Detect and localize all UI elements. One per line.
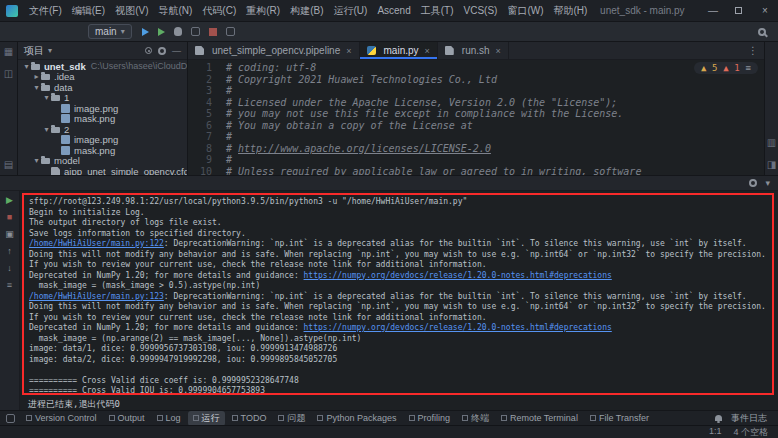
tree-item-mask.png[interactable]: mask.png — [18, 145, 187, 156]
console-text: ========== Cross Valid dice coeff is: 0.… — [29, 376, 299, 385]
console-link[interactable]: https://numpy.org/devdocs/release/1.20.0… — [304, 323, 612, 332]
toolwindow-icon — [109, 415, 115, 421]
tree-arrow-icon[interactable]: ▾ — [42, 93, 51, 102]
tree-arrow-icon[interactable]: ▸ — [32, 72, 41, 81]
console-link[interactable]: /home/HwHiAiUser/main.py:122 — [29, 239, 164, 248]
toolwindow-button-Remote Terminal[interactable]: Remote Terminal — [496, 411, 583, 426]
tab-unet_simple_opencv.pipeline[interactable]: unet_simple_opencv.pipeline× — [188, 42, 360, 59]
inspections-widget[interactable]: ▲ 5 ▲ 1 ≡ — [694, 62, 758, 74]
bell-icon[interactable] — [715, 415, 722, 421]
scroll-up-icon[interactable]: ↑ — [7, 246, 12, 256]
tab-main.py[interactable]: main.py× — [360, 42, 438, 59]
minimize-button[interactable]: — — [700, 0, 726, 21]
tree-item-model[interactable]: ▾model — [18, 156, 187, 167]
close-tab-icon[interactable]: × — [425, 46, 430, 56]
indent-setting[interactable]: 4 个空格 — [733, 426, 768, 438]
tree-item-data[interactable]: ▾data — [18, 82, 187, 93]
tree-arrow-icon[interactable]: ▾ — [42, 125, 51, 134]
run-button[interactable] — [142, 28, 149, 36]
search-everywhere-icon[interactable] — [758, 28, 766, 36]
notifications-tool-icon[interactable]: ▥ — [767, 137, 776, 149]
menu-item[interactable]: 视图(V) — [110, 0, 153, 22]
tree-label: mask.png — [74, 145, 115, 156]
tree-item-unet_sdk[interactable]: ▾unet_sdkC:\Users\hasee\iCloudDrive\HUAW… — [18, 61, 187, 72]
gear-icon[interactable] — [749, 179, 757, 187]
toolwindow-button-Log[interactable]: Log — [152, 411, 186, 426]
menu-item[interactable]: 构建(B) — [285, 0, 328, 22]
coverage-button[interactable] — [226, 27, 235, 36]
run-remote-button[interactable] — [158, 28, 165, 36]
tree-item-2[interactable]: ▾2 — [18, 124, 187, 135]
inspections-menu-icon[interactable]: ≡ — [746, 63, 751, 73]
toolwindow-button-File Transfer[interactable]: File Transfer — [585, 411, 654, 426]
debug-button[interactable] — [174, 27, 182, 36]
tree-arrow-icon[interactable]: ▾ — [32, 83, 41, 92]
menu-item[interactable]: 编辑(E) — [67, 0, 110, 22]
stop-icon[interactable]: ■ — [7, 212, 12, 222]
collapse-panel-icon[interactable]: ▾ — [765, 178, 770, 188]
gear-icon[interactable] — [158, 47, 166, 55]
stop-button[interactable] — [209, 28, 217, 36]
menu-item[interactable]: 运行(U) — [328, 0, 372, 22]
bookmarks-tool-icon[interactable]: ◨ — [767, 159, 776, 171]
tab-run.sh[interactable]: run.sh× — [438, 42, 509, 59]
menu-item[interactable]: VCS(S) — [459, 0, 503, 22]
line-number: 3 — [188, 85, 212, 97]
soft-wrap-icon[interactable]: ≡ — [7, 280, 12, 290]
tree-item-image.png[interactable]: image.png — [18, 103, 187, 114]
tree-item-.idea[interactable]: ▸.idea — [18, 72, 187, 83]
project-panel-header: 项目 ▾ — — [18, 42, 187, 60]
tree-item-mask.png[interactable]: mask.png — [18, 114, 187, 125]
toolwindow-button-问题[interactable]: 问题 — [273, 411, 310, 426]
tab-options-icon[interactable]: ⋮ — [742, 42, 764, 59]
locate-file-icon[interactable] — [145, 47, 152, 54]
menu-item[interactable]: 工具(T) — [416, 0, 459, 22]
rerun-icon[interactable]: ▶ — [6, 195, 13, 205]
console-link[interactable]: /home/HwHiAiUser/main.py:123 — [29, 292, 164, 301]
close-button[interactable]: × — [752, 0, 778, 21]
menu-item[interactable]: 导航(N) — [153, 0, 197, 22]
restore-layout-icon[interactable]: ▣ — [5, 229, 14, 239]
comment-url-link[interactable]: http://www.apache.org/licenses/LICENSE-2… — [238, 143, 491, 154]
menu-item[interactable]: 窗口(W) — [502, 0, 548, 22]
menu-item[interactable]: 文件(F) — [24, 0, 67, 22]
tree-item-aipp_unet_simple_opencv.cfg[interactable]: aipp_unet_simple_opencv.cfg — [18, 166, 187, 175]
code-text: # — [226, 131, 232, 143]
menu-item[interactable]: Ascend — [372, 0, 415, 22]
console-link[interactable]: https://numpy.org/devdocs/release/1.20.0… — [304, 271, 612, 280]
tree-item-image.png[interactable]: image.png — [18, 135, 187, 146]
favorites-tool-icon[interactable]: ▤ — [4, 159, 13, 171]
toolwindow-switcher-icon[interactable] — [6, 414, 15, 423]
maximize-button[interactable] — [726, 0, 752, 21]
chevron-down-icon[interactable]: ▾ — [48, 46, 52, 55]
project-tool-icon[interactable]: ▦ — [4, 46, 13, 58]
toolwindow-icon — [157, 415, 163, 421]
toolwindow-button-TODO[interactable]: TODO — [227, 411, 272, 426]
structure-tool-icon[interactable]: ◫ — [4, 68, 13, 80]
profile-button[interactable] — [191, 27, 200, 36]
toolwindow-button-终端[interactable]: 终端 — [457, 411, 494, 426]
code-editor[interactable]: 1# coding: utf-82# Copyright 2021 Huawei… — [188, 60, 764, 175]
folder-icon — [41, 85, 50, 91]
tree-arrow-icon[interactable]: ▾ — [32, 156, 41, 165]
tree-item-1[interactable]: ▾1 — [18, 93, 187, 104]
console-text: ========== Cross Valid IOU is: 0.9999904… — [29, 386, 265, 395]
console-output[interactable]: sftp://root@123.249.98.1:22/usr/local/py… — [22, 193, 774, 395]
toolwindow-button-Python Packages[interactable]: Python Packages — [312, 411, 401, 426]
image-icon — [61, 135, 70, 144]
hide-panel-icon[interactable]: — — [172, 46, 181, 56]
caret-position[interactable]: 1:1 — [709, 426, 722, 438]
tree-arrow-icon[interactable]: ▾ — [22, 62, 31, 71]
event-log-button[interactable]: 事件日志 — [726, 411, 772, 426]
scroll-down-icon[interactable]: ↓ — [7, 263, 12, 273]
close-tab-icon[interactable]: × — [346, 46, 351, 56]
menu-item[interactable]: 重构(R) — [241, 0, 285, 22]
toolwindow-button-Profiling[interactable]: Profiling — [404, 411, 456, 426]
toolwindow-button-Output[interactable]: Output — [104, 411, 150, 426]
menu-item[interactable]: 帮助(H) — [549, 0, 593, 22]
run-configuration-select[interactable]: main ▾ — [88, 24, 132, 39]
toolwindow-button-Version Control[interactable]: Version Control — [21, 411, 102, 426]
menu-item[interactable]: 代码(C) — [197, 0, 241, 22]
toolwindow-button-运行[interactable]: 运行 — [188, 411, 225, 426]
close-tab-icon[interactable]: × — [496, 46, 501, 56]
